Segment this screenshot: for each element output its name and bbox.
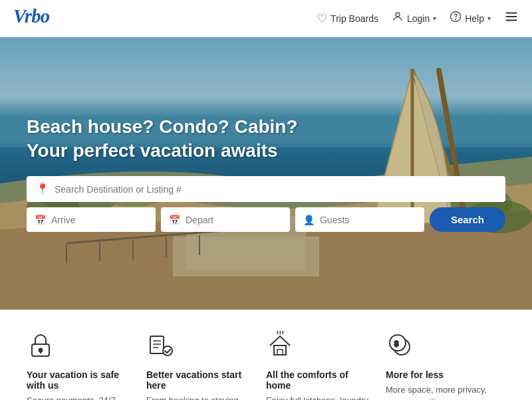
calendar-depart-icon: 📅 <box>169 215 180 225</box>
arrive-field[interactable]: 📅 <box>27 207 156 232</box>
home-comforts-icon <box>266 331 375 363</box>
feature-comforts-desc: Enjoy full kitchens, laundry, pools, yar… <box>266 395 375 400</box>
help-label: Help <box>465 13 484 24</box>
calendar-arrive-icon: 📅 <box>35 215 46 225</box>
help-chevron: ▾ <box>487 15 491 22</box>
svg-text:$: $ <box>394 340 398 348</box>
svg-text:Vrbo: Vrbo <box>13 5 50 27</box>
trip-boards-label: Trip Boards <box>331 13 378 24</box>
feature-comforts: All the comforts of home Enjoy full kitc… <box>266 331 386 400</box>
feature-value-title: More for less <box>386 369 495 380</box>
svg-point-1 <box>396 13 400 17</box>
main-nav: ♡ Trip Boards Login ▾ Help ▾ <box>317 9 519 27</box>
user-icon <box>392 11 404 26</box>
location-pin-icon: 📍 <box>36 183 49 195</box>
login-nav[interactable]: Login ▾ <box>392 11 436 26</box>
svg-rect-28 <box>150 336 164 353</box>
search-row: 📅 📅 👤 Search <box>27 207 505 232</box>
depart-field[interactable]: 📅 <box>161 207 290 232</box>
lock-icon <box>27 331 136 363</box>
hero-title: Beach house? Condo? Cabin? Your perfect … <box>27 115 306 163</box>
hero-section: Beach house? Condo? Cabin? Your perfect … <box>0 37 532 310</box>
svg-point-26 <box>39 349 43 352</box>
login-chevron: ▾ <box>433 15 436 22</box>
login-label: Login <box>407 13 430 24</box>
help-nav[interactable]: Help ▾ <box>450 11 491 26</box>
guests-input[interactable] <box>320 215 416 225</box>
svg-point-3 <box>456 19 456 20</box>
feature-safe-title: Your vacation is safe with us <box>27 369 136 391</box>
arrive-input[interactable] <box>51 215 148 225</box>
heart-icon: ♡ <box>317 11 327 26</box>
question-icon <box>450 11 462 26</box>
feature-comforts-title: All the comforts of home <box>266 369 375 391</box>
feature-better-title: Better vacations start here <box>146 369 255 391</box>
svg-rect-34 <box>277 350 283 355</box>
guests-icon: 👤 <box>303 215 315 225</box>
svg-rect-33 <box>274 346 286 355</box>
trip-boards-nav[interactable]: ♡ Trip Boards <box>317 11 378 26</box>
booking-icon <box>146 331 255 363</box>
feature-safe-desc: Secure payments, 24/7 support and a Book… <box>27 395 136 400</box>
feature-safe: Your vacation is safe with us Secure pay… <box>27 331 146 400</box>
hamburger-menu[interactable] <box>504 9 519 27</box>
destination-input[interactable] <box>55 184 496 195</box>
logo[interactable]: Vrbo <box>13 4 66 33</box>
features-section: Your vacation is safe with us Secure pay… <box>0 310 532 400</box>
search-button[interactable]: Search <box>430 207 505 232</box>
feature-better-desc: From booking to staying, the whole proce… <box>146 395 255 400</box>
coins-icon: $ <box>386 331 495 363</box>
depart-input[interactable] <box>186 215 282 225</box>
guests-field[interactable]: 👤 <box>295 207 424 232</box>
feature-better: Better vacations start here From booking… <box>146 331 266 400</box>
feature-value-desc: More space, more privacy, more amenities… <box>386 384 495 400</box>
header: Vrbo ♡ Trip Boards Login ▾ <box>0 0 532 37</box>
hero-content: Beach house? Condo? Cabin? Your perfect … <box>0 37 532 310</box>
destination-search-bar: 📍 <box>27 176 505 202</box>
feature-value: $ More for less More space, more privacy… <box>386 331 505 400</box>
